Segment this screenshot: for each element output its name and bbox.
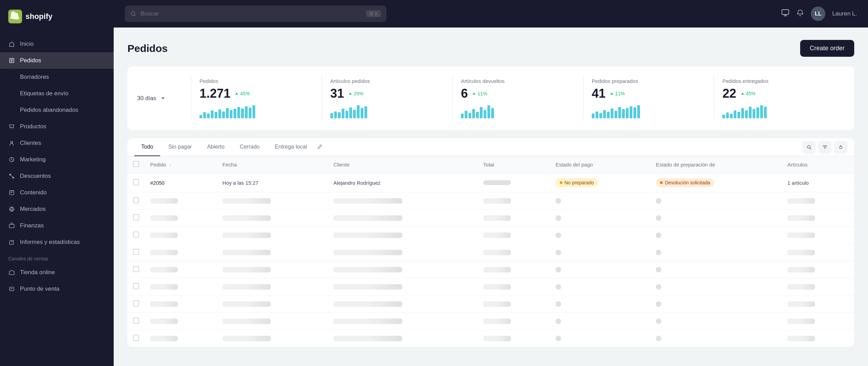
sidebar-item-informes[interactable]: Informes y estadísticas: [0, 234, 114, 250]
create-order-button[interactable]: Create order: [800, 40, 854, 57]
skeleton: [787, 233, 815, 238]
chart-bar: [468, 113, 471, 118]
sidebar-item-borradores[interactable]: Borradores: [0, 69, 114, 85]
search-input[interactable]: [141, 10, 362, 17]
stat-pedidos: Pedidos 1.271 45%: [191, 75, 322, 122]
sidebar-item-etiquetas[interactable]: Etiquetas de envío: [0, 85, 114, 102]
display-icon[interactable]: [781, 9, 789, 19]
stat-pedidos-chart: [199, 105, 313, 118]
th-estado-pago: Estado del pago: [550, 156, 651, 173]
tab-sin-pagar[interactable]: Sin pagar: [162, 138, 199, 156]
sort-table-button[interactable]: [834, 141, 847, 154]
client-cell: Alejandro Rodríguez: [328, 173, 478, 192]
chart-bar: [330, 113, 333, 118]
table-row: [127, 330, 854, 347]
skeleton: [333, 284, 402, 290]
fulfillment-status-cell: Devolución solicitada: [650, 173, 782, 192]
row-checkbox[interactable]: [133, 283, 139, 289]
stat-articulos-pedidos-label: Artículos pedidos: [330, 78, 444, 84]
chart-bar: [737, 112, 740, 118]
skeleton: [483, 267, 511, 272]
sidebar-item-pedidos-label: Pedidos: [20, 57, 41, 64]
skeleton: [223, 319, 271, 324]
chart-bar: [361, 108, 363, 118]
user-avatar[interactable]: LL: [811, 7, 825, 21]
skeleton: [483, 336, 511, 341]
chart-bar: [211, 110, 214, 118]
stat-pedidos-value: 1.271: [199, 87, 230, 100]
chart-bar: [218, 109, 221, 118]
table-card: Todo Sin pagar Abierto Cerrado Entrega l…: [127, 138, 854, 347]
user-name[interactable]: Lauren L.: [832, 10, 857, 17]
tab-cerrado[interactable]: Cerrado: [233, 138, 267, 156]
pos-icon: [8, 286, 15, 292]
tab-abierto[interactable]: Abierto: [200, 138, 231, 156]
sidebar-item-abandonados[interactable]: Pedidos abandonados: [0, 102, 114, 118]
skeleton: [656, 336, 661, 341]
row-checkbox[interactable]: [133, 197, 139, 203]
content-icon: [8, 189, 15, 196]
notification-icon[interactable]: [796, 9, 804, 19]
period-label: 30 días: [137, 95, 156, 102]
row-checkbox[interactable]: [133, 179, 139, 185]
edit-tabs-button[interactable]: [315, 142, 325, 153]
select-all-checkbox[interactable]: [133, 161, 139, 167]
sidebar-item-tienda-online[interactable]: Tienda online: [0, 264, 114, 281]
search-bar[interactable]: ⌘ K: [125, 6, 386, 22]
sidebar-item-productos[interactable]: Productos: [0, 118, 114, 135]
sidebar-item-productos-label: Productos: [20, 123, 46, 130]
skeleton: [787, 267, 815, 272]
skeleton: [150, 284, 178, 290]
sidebar-item-tienda-label: Tienda online: [20, 269, 55, 276]
skeleton: [787, 215, 815, 221]
chart-bar: [764, 107, 767, 118]
row-checkbox[interactable]: [133, 317, 139, 324]
sidebar-item-inicio[interactable]: Inicio: [0, 36, 114, 52]
row-checkbox[interactable]: [133, 300, 139, 306]
table-header: Pedido ↕ Fecha Cliente Total Estado del …: [127, 156, 854, 173]
chart-bar: [599, 113, 602, 118]
skeleton: [656, 198, 661, 204]
skeleton: [150, 233, 178, 238]
sidebar-item-borradores-label: Borradores: [20, 74, 49, 80]
table-row: [127, 313, 854, 330]
skeleton: [556, 336, 561, 341]
sidebar-item-marketing[interactable]: Marketing: [0, 151, 114, 168]
row-checkbox[interactable]: [133, 232, 139, 238]
svg-point-3: [13, 128, 13, 129]
chart-bar: [491, 108, 494, 118]
tab-todo[interactable]: Todo: [134, 138, 160, 156]
sidebar-item-clientes[interactable]: Clientes: [0, 135, 114, 151]
sidebar-nav: Inicio Pedidos Borradores Etiquetas de e…: [0, 33, 114, 366]
row-checkbox[interactable]: [133, 335, 139, 341]
row-checkbox[interactable]: [133, 266, 139, 272]
chart-bar: [487, 105, 490, 118]
period-selector[interactable]: 30 días: [137, 95, 183, 102]
sidebar-item-descuentos[interactable]: Descuentos: [0, 168, 114, 184]
payment-status-badge: No preparado: [556, 178, 598, 187]
trend-up-icon2: [348, 92, 352, 96]
filter-table-button[interactable]: [818, 141, 831, 154]
sidebar-item-mercados[interactable]: Mercados: [0, 201, 114, 217]
tab-entrega-local[interactable]: Entrega local: [268, 138, 314, 156]
main-area: ⌘ K LL Lauren L. Pedidos Create order 30…: [114, 0, 868, 366]
sort-pedido-icon[interactable]: ↕: [169, 163, 171, 168]
filter-icon: [822, 144, 828, 150]
sidebar-item-contenido-label: Contenido: [20, 189, 47, 196]
skeleton: [150, 267, 178, 272]
page-title: Pedidos: [127, 43, 168, 54]
skeleton: [150, 319, 178, 324]
order-link[interactable]: #2050: [150, 180, 165, 186]
skeleton: [556, 301, 561, 307]
sidebar-item-pedidos[interactable]: Pedidos: [0, 52, 114, 69]
row-checkbox[interactable]: [133, 249, 139, 255]
sidebar-item-punto-venta[interactable]: Punto de venta: [0, 281, 114, 297]
chart-bar: [342, 109, 344, 118]
skeleton: [333, 215, 402, 221]
sidebar-item-contenido[interactable]: Contenido: [0, 184, 114, 201]
row-checkbox[interactable]: [133, 214, 139, 220]
sidebar-item-finanzas[interactable]: Finanzas: [0, 217, 114, 234]
search-table-button[interactable]: [803, 141, 816, 154]
finance-icon: [8, 222, 15, 229]
skeleton: [656, 215, 661, 221]
